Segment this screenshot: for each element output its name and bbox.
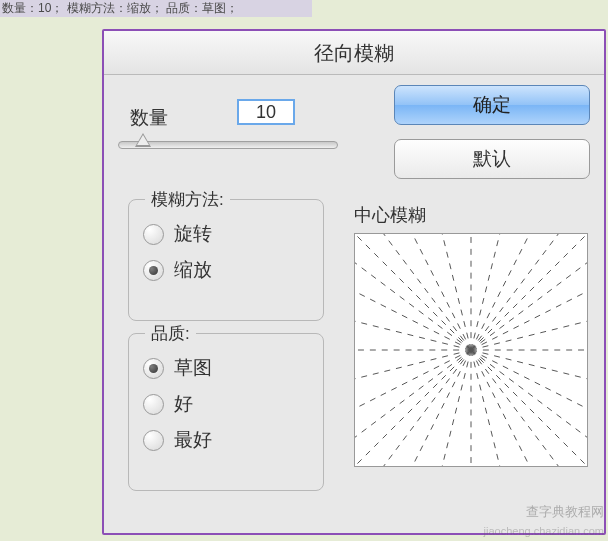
radio-dot-icon (149, 266, 158, 275)
svg-line-25 (471, 350, 500, 466)
svg-line-30 (355, 321, 471, 350)
svg-line-5 (471, 292, 587, 350)
svg-line-19 (471, 234, 558, 350)
amount-input[interactable] (237, 99, 295, 125)
radio-label: 缩放 (174, 257, 212, 283)
svg-line-11 (413, 350, 471, 466)
amount-row: 数量 (130, 105, 342, 131)
svg-line-27 (384, 350, 471, 466)
ok-button[interactable]: 确定 (394, 85, 590, 125)
svg-line-20 (471, 263, 587, 350)
svg-line-7 (471, 350, 587, 408)
svg-line-12 (355, 350, 471, 466)
dialog-content: 数量 确定 默认 模糊方法: 旋转 缩放 品质: 草图 (104, 75, 604, 111)
blur-center-preview[interactable] (354, 233, 588, 467)
radio-icon (143, 430, 164, 451)
radio-spin[interactable]: 旋转 (143, 216, 309, 252)
center-blur-label: 中心模糊 (354, 203, 426, 227)
svg-line-4 (471, 234, 587, 350)
svg-line-18 (471, 234, 500, 350)
svg-line-17 (442, 234, 471, 350)
watermark-url: jiaocheng.chazidian.com (484, 525, 604, 537)
radio-good[interactable]: 好 (143, 386, 309, 422)
radio-label: 好 (174, 391, 193, 417)
svg-line-21 (471, 321, 587, 350)
zoom-preview-icon (355, 234, 587, 466)
svg-line-3 (471, 234, 529, 350)
svg-line-16 (384, 234, 471, 350)
slider-thumb-icon[interactable] (135, 133, 151, 147)
radio-label: 草图 (174, 355, 212, 381)
svg-line-23 (471, 350, 587, 437)
svg-line-29 (355, 350, 471, 379)
svg-line-0 (355, 234, 471, 350)
radio-label: 旋转 (174, 221, 212, 247)
radio-draft[interactable]: 草图 (143, 350, 309, 386)
dialog-title: 径向模糊 (104, 31, 604, 75)
watermark-text: 查字典教程网 (526, 503, 604, 521)
radio-label: 最好 (174, 427, 212, 453)
radio-dot-icon (149, 364, 158, 373)
svg-line-13 (355, 350, 471, 408)
blur-method-group: 模糊方法: 旋转 缩放 (128, 199, 324, 321)
radio-icon (143, 358, 164, 379)
radio-icon (143, 394, 164, 415)
amount-label: 数量 (130, 107, 168, 128)
radio-best[interactable]: 最好 (143, 422, 309, 458)
svg-line-31 (355, 263, 471, 350)
svg-line-8 (471, 350, 587, 466)
quality-legend: 品质: (145, 322, 196, 345)
svg-line-1 (413, 234, 471, 350)
default-button[interactable]: 默认 (394, 139, 590, 179)
quality-group: 品质: 草图 好 最好 (128, 333, 324, 491)
radio-zoom[interactable]: 缩放 (143, 252, 309, 288)
svg-line-24 (471, 350, 558, 466)
blur-method-legend: 模糊方法: (145, 188, 230, 211)
svg-line-15 (355, 292, 471, 350)
amount-slider[interactable] (118, 141, 338, 149)
svg-line-22 (471, 350, 587, 379)
settings-summary-strip: 数量：10； 模糊方法：缩放； 品质：草图； (0, 0, 312, 17)
svg-line-9 (471, 350, 529, 466)
radio-icon (143, 224, 164, 245)
svg-line-28 (355, 350, 471, 437)
svg-line-26 (442, 350, 471, 466)
radio-icon (143, 260, 164, 281)
radial-blur-dialog: 径向模糊 数量 确定 默认 模糊方法: 旋转 缩放 品质: (102, 29, 606, 535)
